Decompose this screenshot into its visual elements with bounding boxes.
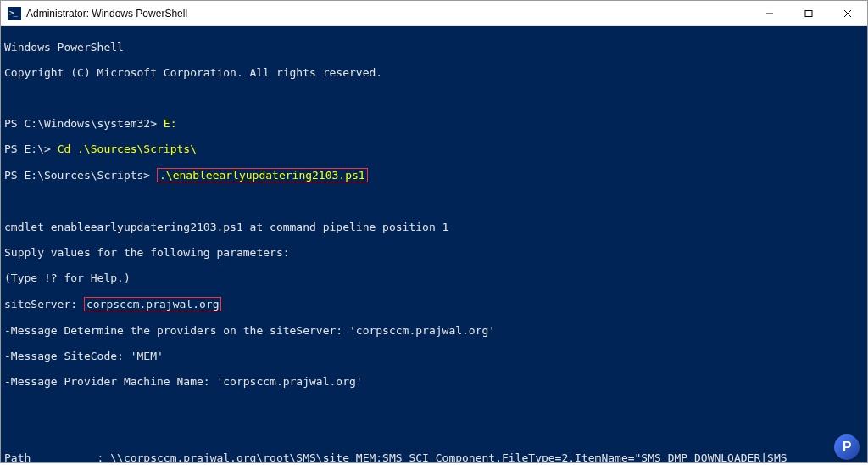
maximize-button[interactable]	[789, 1, 828, 25]
close-button[interactable]	[828, 1, 867, 25]
svg-rect-1	[805, 10, 812, 16]
prompt-prefix: PS C:\Windows\system32>	[4, 117, 164, 130]
title-bar[interactable]: Administrator: Windows PowerShell	[1, 1, 867, 26]
command-text: Cd .\Sources\Scripts\	[58, 143, 197, 155]
param-label: siteServer:	[4, 298, 84, 311]
powershell-window: Administrator: Windows PowerShell Window…	[0, 0, 868, 463]
prompt-line: PS E:\> Cd .\Sources\Scripts\	[4, 143, 864, 155]
blank-line	[4, 426, 864, 439]
param-value: corpsccm.prajwal.org	[86, 298, 220, 311]
input-prompt-line: siteServer: corpsccm.prajwal.org	[4, 297, 864, 311]
prompt-line: PS C:\Windows\system32> E:	[4, 117, 864, 130]
output-line: cmdlet enableearlyupdatering2103.ps1 at …	[4, 221, 864, 233]
blank-line	[4, 195, 864, 208]
console-output[interactable]: Windows PowerShell Copyright (C) Microso…	[1, 26, 867, 462]
prompt-line: PS E:\Sources\Scripts> .\enableearlyupda…	[4, 168, 864, 182]
output-line: (Type !? for Help.)	[4, 272, 864, 284]
highlight-box: corpsccm.prajwal.org	[84, 297, 222, 311]
prompt-prefix: PS E:\Sources\Scripts>	[4, 169, 157, 182]
highlight-box: .\enableearlyupdatering2103.ps1	[157, 168, 368, 182]
command-text: .\enableearlyupdatering2103.ps1	[159, 169, 365, 182]
minimize-button[interactable]	[750, 1, 789, 25]
window-controls	[750, 1, 867, 25]
header-line: Copyright (C) Microsoft Corporation. All…	[4, 66, 864, 79]
watermark-letter: P	[843, 440, 852, 455]
output-line: Supply values for the following paramete…	[4, 246, 864, 259]
output-line: -Message Provider Machine Name: 'corpscc…	[4, 375, 864, 388]
result-row: Path : \\corpsccm.prajwal.org\root\SMS\s…	[4, 451, 864, 462]
blank-line	[4, 401, 864, 413]
output-line: -Message Determine the providers on the …	[4, 324, 864, 337]
command-text: E:	[164, 117, 177, 130]
output-line: -Message SiteCode: 'MEM'	[4, 350, 864, 362]
powershell-icon	[8, 7, 21, 20]
window-title: Administrator: Windows PowerShell	[26, 8, 750, 20]
blank-line	[4, 92, 864, 104]
watermark-badge: P	[834, 434, 860, 460]
prompt-prefix: PS E:\>	[4, 143, 58, 155]
header-line: Windows PowerShell	[4, 41, 864, 53]
